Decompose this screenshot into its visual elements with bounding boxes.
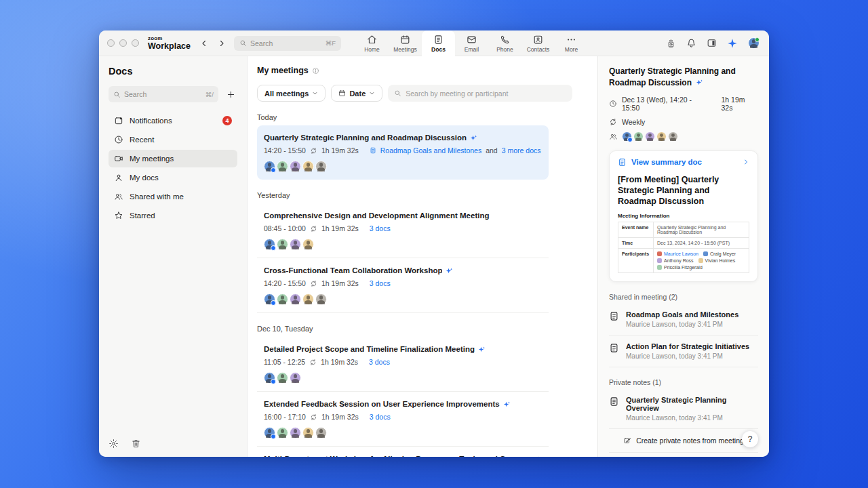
sidebar-item-my-docs[interactable]: My docs [108,169,237,186]
create-private-notes-button[interactable]: Create private notes from meeting [609,429,758,453]
tab-meetings[interactable]: Meetings [389,30,422,56]
chevron-down-icon [369,90,375,96]
user-avatar[interactable] [748,37,760,49]
meeting-search[interactable] [388,85,572,102]
meeting-row[interactable]: Cross-Functional Team Collaboration Work… [257,258,549,313]
connect-device-icon[interactable] [666,38,676,48]
back-button[interactable] [200,39,208,47]
meeting-row[interactable]: Quarterly Strategic Planning and Roadmap… [257,125,549,180]
ai-sparkle-icon [533,455,540,458]
page-title: Docs [108,66,237,77]
star-icon [114,211,123,220]
tab-phone[interactable]: Phone [488,30,521,56]
docs-count-link[interactable]: 3 docs [369,358,390,366]
host-badge [271,434,276,439]
meeting-row[interactable]: Multi-Department Workshop for Aligning P… [257,447,549,457]
docs-search[interactable]: ⌘/ [108,86,218,102]
date-group-label: Today [257,113,549,121]
avatar [668,131,678,142]
phone-icon [500,35,510,45]
avatar [622,131,632,142]
docs-count-link[interactable]: 3 docs [370,224,391,232]
people-icon [609,132,618,141]
sidebar-item-notifications[interactable]: Notifications 4 [108,112,237,129]
sidebar-item-recent[interactable]: Recent [108,131,237,148]
clock-icon [609,100,617,108]
avatar [264,293,275,305]
gear-icon[interactable] [108,439,119,449]
participant-chip: Craig Meyer [703,251,736,256]
tab-email[interactable]: Email [455,30,488,56]
forward-button[interactable] [218,39,226,47]
participant-avatars [264,293,542,305]
app-window: zoom Workplace ⌘F Home Meetings Docs [99,30,769,457]
plus-icon [226,90,235,99]
ai-sparkle-icon [470,134,477,142]
avatar [290,372,301,384]
bell-icon[interactable] [686,38,696,48]
avatar [645,131,655,142]
recurrence-label: Weekly [622,118,645,126]
host-badge [271,167,276,173]
info-icon[interactable] [312,67,319,75]
meeting-row[interactable]: Extended Feedback Session on User Experi… [257,392,549,447]
tab-more[interactable]: More [555,30,588,56]
docs-search-shortcut: ⌘/ [205,91,214,98]
date-group-label: Dec 10, Tuesday [257,325,549,333]
summary-doc-card[interactable]: View summary doc [From Meeting] Quarterl… [609,150,758,282]
global-search-input[interactable] [250,39,304,47]
avatar [290,427,301,439]
ai-sparkle-icon [478,346,486,353]
brand-workplace: Workplace [148,42,191,51]
trash-icon[interactable] [131,439,141,449]
avatar [277,372,288,384]
search-icon [394,89,401,97]
avatar [290,161,301,172]
panel-toggle-icon[interactable] [707,38,717,48]
meeting-search-input[interactable] [406,89,566,98]
meeting-row[interactable]: Comprehensive Design and Development Ali… [257,203,549,258]
doc-link[interactable]: Roadmap Goals and Milestones [380,146,481,155]
avatar [264,239,275,250]
private-note-item[interactable]: Quarterly Strategic Planning Overview Ma… [609,389,758,429]
participant-chip: Vivian Holmes [698,258,736,263]
tab-contacts[interactable]: Contacts [521,30,555,56]
avatar [277,427,288,439]
participant-avatars [264,239,542,250]
minimize-window-button[interactable] [119,39,127,47]
sidebar-item-my-meetings[interactable]: My meetings [108,150,237,167]
tab-docs[interactable]: Docs [422,30,455,56]
docs-count-link[interactable]: 3 docs [370,413,391,421]
sidebar-item-shared-with-me[interactable]: Shared with me [108,188,237,205]
meeting-row[interactable]: Detailed Project Scope and Timeline Fina… [257,337,549,392]
avatar [657,265,662,270]
global-search[interactable]: ⌘F [234,36,341,51]
avatar [277,161,288,172]
avatar [302,293,314,305]
avatar [302,239,314,250]
shared-doc-item[interactable]: Roadmap Goals and Milestones Maurice Law… [609,304,758,336]
window-controls [107,39,139,47]
docs-search-input[interactable] [124,90,172,98]
clock-icon [114,135,123,144]
new-doc-button[interactable] [224,87,237,101]
calendar-icon [338,89,346,97]
participant-avatars [609,131,758,142]
ai-companion-icon[interactable] [727,38,738,49]
view-summary-doc-link[interactable]: View summary doc [618,158,749,167]
doc-icon [609,343,619,353]
shared-doc-item[interactable]: Action Plan for Strategic Initiatives Ma… [609,336,758,367]
maximize-window-button[interactable] [132,39,139,47]
docs-count-link[interactable]: 3 docs [370,279,391,287]
recurring-icon [310,147,317,155]
sidebar-item-starred[interactable]: Starred [108,207,237,224]
close-window-button[interactable] [107,39,115,47]
all-meetings-filter[interactable]: All meetings [257,85,326,102]
help-button[interactable]: ? [742,431,758,447]
avatar [315,293,327,305]
tab-home[interactable]: Home [355,30,389,56]
more-docs-link[interactable]: 3 more docs [502,146,541,155]
recurring-icon [609,118,617,126]
date-filter[interactable]: Date [331,85,382,102]
date-group-label: Yesterday [257,191,549,199]
